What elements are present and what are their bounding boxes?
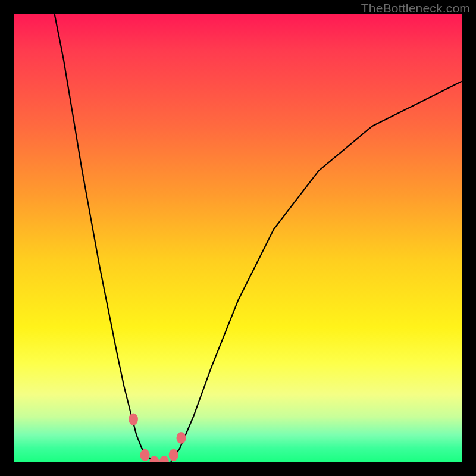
- curve-left-arm: [55, 14, 153, 462]
- chart-plot-area: [14, 14, 462, 462]
- curve-marker: [169, 449, 178, 461]
- curve-right-arm: [171, 82, 462, 462]
- curve-marker: [177, 432, 186, 444]
- watermark-text: TheBottleneck.com: [361, 1, 470, 15]
- curve-marker: [159, 456, 169, 462]
- curve-marker: [149, 456, 159, 462]
- bottleneck-curve: [14, 14, 462, 462]
- curve-marker: [140, 449, 150, 461]
- curve-marker: [129, 414, 138, 425]
